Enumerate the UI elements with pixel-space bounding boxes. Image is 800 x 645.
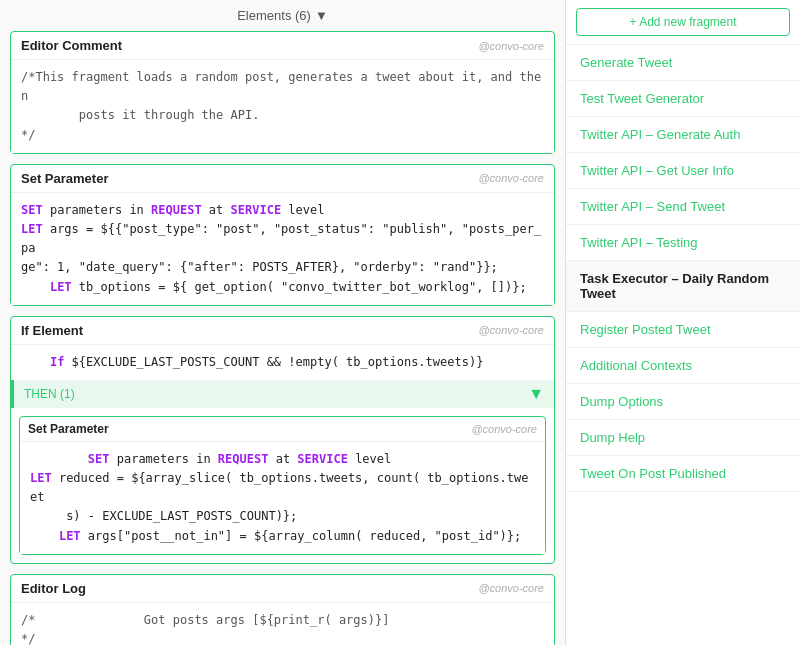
sidebar-item-twitter-api-send-tweet[interactable]: Twitter API – Send Tweet [566, 189, 800, 225]
editor-log-title: Editor Log [21, 581, 86, 596]
sidebar-item-generate-tweet[interactable]: Generate Tweet [566, 45, 800, 81]
sidebar-item-twitter-api-get-user-info[interactable]: Twitter API – Get User Info [566, 153, 800, 189]
then-label: THEN (1) [24, 387, 75, 401]
elements-label: Elements (6) [237, 8, 311, 23]
nested-set-parameter-badge: @convo-core [471, 423, 537, 435]
if-condition: If ${EXCLUDE_LAST_POSTS_COUNT && !empty(… [21, 353, 544, 372]
sidebar-item-twitter-api-testing[interactable]: Twitter API – Testing [566, 225, 800, 261]
editor-comment-header: Editor Comment @convo-core [11, 32, 554, 60]
add-fragment-button[interactable]: + Add new fragment [576, 8, 790, 36]
editor-comment-block: Editor Comment @convo-core /*This fragme… [10, 31, 555, 154]
sidebar-nav: Generate Tweet Test Tweet Generator Twit… [566, 45, 800, 492]
editor-log-badge: @convo-core [478, 582, 544, 594]
nested-set-parameter-header: Set Parameter @convo-core [20, 417, 545, 442]
editor-comment-badge: @convo-core [478, 40, 544, 52]
sidebar-item-twitter-api-generate-auth[interactable]: Twitter API – Generate Auth [566, 117, 800, 153]
sidebar-item-dump-help[interactable]: Dump Help [566, 420, 800, 456]
nested-set-parameter-body: SET parameters in REQUEST at SERVICE lev… [20, 442, 545, 554]
set-parameter-1-badge: @convo-core [478, 172, 544, 184]
editor-log-header: Editor Log @convo-core [11, 575, 554, 603]
left-panel: Elements (6) ▼ Editor Comment @convo-cor… [0, 0, 565, 645]
set-parameter-1-code: SET parameters in REQUEST at SERVICE lev… [21, 201, 544, 297]
right-panel: + Add new fragment Generate Tweet Test T… [565, 0, 800, 645]
editor-log-body: /* Got posts args [${print_r( args)}] */ [11, 603, 554, 645]
sidebar-item-tweet-on-post-published[interactable]: Tweet On Post Published [566, 456, 800, 492]
elements-icon: ▼ [315, 8, 328, 23]
nested-set-parameter-code: SET parameters in REQUEST at SERVICE lev… [30, 450, 535, 546]
if-element-block: If Element @convo-core If ${EXCLUDE_LAST… [10, 316, 555, 564]
set-parameter-1-title: Set Parameter [21, 171, 108, 186]
set-parameter-1-block: Set Parameter @convo-core SET parameters… [10, 164, 555, 306]
editor-comment-title: Editor Comment [21, 38, 122, 53]
sidebar-item-dump-options[interactable]: Dump Options [566, 384, 800, 420]
editor-comment-body: /*This fragment loads a random post, gen… [11, 60, 554, 153]
sidebar-item-task-executor-daily-random-tweet[interactable]: Task Executor – Daily Random Tweet [566, 261, 800, 312]
if-element-body: If ${EXCLUDE_LAST_POSTS_COUNT && !empty(… [11, 345, 554, 380]
editor-log-code: /* Got posts args [${print_r( args)}] */ [21, 611, 544, 645]
set-parameter-1-body: SET parameters in REQUEST at SERVICE lev… [11, 193, 554, 305]
then-bar: THEN (1) ▼ [11, 380, 554, 408]
sidebar-item-test-tweet-generator[interactable]: Test Tweet Generator [566, 81, 800, 117]
then-arrow-icon: ▼ [528, 385, 544, 403]
set-parameter-1-header: Set Parameter @convo-core [11, 165, 554, 193]
if-element-title: If Element [21, 323, 83, 338]
if-element-badge: @convo-core [478, 324, 544, 336]
nested-set-parameter-block: Set Parameter @convo-core SET parameters… [19, 416, 546, 555]
if-element-header: If Element @convo-core [11, 317, 554, 345]
sidebar-item-additional-contexts[interactable]: Additional Contexts [566, 348, 800, 384]
editor-comment-code: /*This fragment loads a random post, gen… [21, 68, 544, 145]
elements-header: Elements (6) ▼ [10, 0, 555, 31]
editor-log-block: Editor Log @convo-core /* Got posts args… [10, 574, 555, 645]
nested-set-parameter-title: Set Parameter [28, 422, 109, 436]
right-panel-top: + Add new fragment [566, 0, 800, 45]
sidebar-item-register-posted-tweet[interactable]: Register Posted Tweet [566, 312, 800, 348]
